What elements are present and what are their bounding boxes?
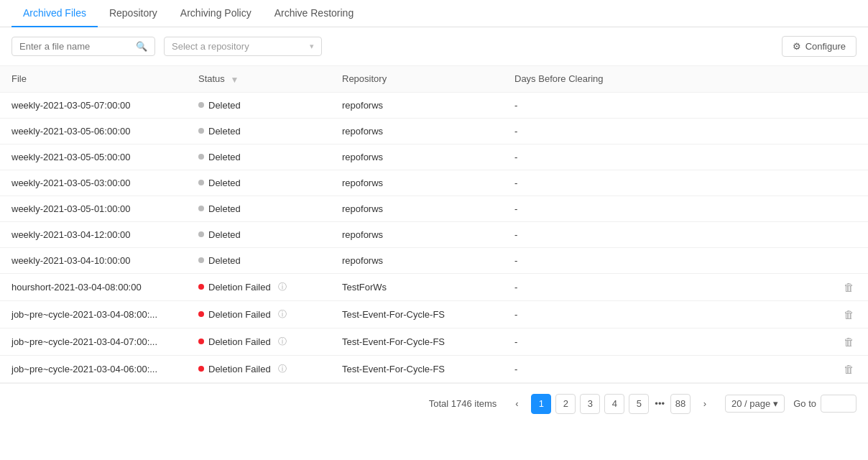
search-box: 🔍 (11, 37, 155, 56)
status-dot (198, 339, 204, 344)
tabs-bar: Archived Files Repository Archiving Poli… (0, 0, 868, 27)
cell-actions (832, 118, 868, 144)
cell-file: hourshort-2021-03-04-08:00:00 (0, 273, 187, 300)
table-row: weekly-2021-03-05-07:00:00 Deleted repof… (0, 92, 868, 118)
status-text: Deletion Failed (208, 336, 271, 347)
info-icon[interactable]: ⓘ (278, 308, 287, 321)
per-page-label: 20 / page (731, 398, 770, 409)
cell-actions: 🗑 (832, 355, 868, 382)
cell-days: - (503, 118, 832, 144)
cell-days: - (503, 196, 832, 221)
cell-actions (832, 144, 868, 170)
delete-icon[interactable]: 🗑 (844, 308, 854, 321)
table-row: weekly-2021-03-05-06:00:00 Deleted repof… (0, 118, 868, 144)
status-dot (198, 257, 204, 263)
cell-status: Deleted (187, 221, 331, 247)
status-text: Deleted (208, 255, 241, 266)
status-text: Deleted (208, 100, 241, 111)
status-dot (198, 231, 204, 237)
delete-icon[interactable]: 🗑 (844, 363, 854, 375)
cell-status: Deleted (187, 247, 331, 273)
delete-icon[interactable]: 🗑 (844, 281, 854, 293)
table-row: weekly-2021-03-05-03:00:00 Deleted repof… (0, 170, 868, 196)
repository-select-label: Select a repository (172, 41, 249, 52)
toolbar: 🔍 Select a repository ▾ ⚙ Configure (0, 27, 868, 65)
table-row: weekly-2021-03-05-01:00:00 Deleted repof… (0, 196, 868, 221)
cell-repository: Test-Event-For-Cycle-FS (331, 355, 503, 382)
cell-days: - (503, 92, 832, 118)
cell-days: - (503, 355, 832, 382)
page-2-button[interactable]: 2 (555, 394, 576, 414)
col-header-repository: Repository (331, 66, 503, 93)
cell-days: - (503, 328, 832, 355)
cell-actions: 🗑 (832, 273, 868, 300)
info-icon[interactable]: ⓘ (278, 363, 287, 375)
cell-repository: Test-Event-For-Cycle-FS (331, 300, 503, 328)
next-page-button[interactable]: › (695, 394, 715, 414)
cell-repository: Test-Event-For-Cycle-FS (331, 328, 503, 355)
cell-repository: repoforws (331, 247, 503, 273)
go-to-input[interactable] (821, 395, 857, 413)
col-header-status: Status ▼ (187, 66, 331, 93)
repository-select[interactable]: Select a repository ▾ (164, 37, 322, 56)
cell-repository: TestForWs (331, 273, 503, 300)
search-input[interactable] (19, 41, 131, 52)
cell-file: weekly-2021-03-04-10:00:00 (0, 247, 187, 273)
status-dot (198, 102, 204, 108)
table-row: job~pre~cycle-2021-03-04-08:00:... Delet… (0, 300, 868, 328)
cell-actions (832, 196, 868, 221)
col-header-file: File (0, 66, 187, 93)
tab-archived-files[interactable]: Archived Files (11, 0, 98, 27)
info-icon[interactable]: ⓘ (278, 281, 287, 293)
page-1-button[interactable]: 1 (531, 394, 551, 414)
info-icon[interactable]: ⓘ (278, 336, 287, 348)
cell-status: Deletion Failed ⓘ (187, 355, 331, 382)
col-header-days: Days Before Clearing (503, 66, 832, 93)
status-dot (198, 366, 204, 372)
cell-days: - (503, 144, 832, 170)
page-ellipsis: ••• (653, 398, 666, 409)
status-dot (198, 154, 204, 160)
cell-file: job~pre~cycle-2021-03-04-08:00:... (0, 300, 187, 328)
cell-status: Deleted (187, 118, 331, 144)
table-header-row: File Status ▼ Repository Days Before Cle… (0, 66, 868, 93)
pagination: Total 1746 items ‹ 1 2 3 4 5 ••• 88 › 20… (0, 383, 868, 424)
page-4-button[interactable]: 4 (604, 394, 624, 414)
cell-days: - (503, 170, 832, 196)
status-dot (198, 180, 204, 185)
tab-archiving-policy[interactable]: Archiving Policy (169, 0, 263, 27)
cell-status: Deletion Failed ⓘ (187, 300, 331, 328)
status-text: Deletion Failed (208, 282, 271, 293)
cell-file: weekly-2021-03-05-07:00:00 (0, 92, 187, 118)
chevron-down-icon: ▾ (310, 42, 314, 51)
cell-status: Deleted (187, 92, 331, 118)
cell-status: Deleted (187, 144, 331, 170)
cell-file: weekly-2021-03-05-03:00:00 (0, 170, 187, 196)
tab-archive-restoring[interactable]: Archive Restoring (263, 0, 366, 27)
search-icon: 🔍 (136, 41, 147, 52)
cell-repository: repoforws (331, 92, 503, 118)
per-page-select[interactable]: 20 / page ▾ (725, 395, 785, 413)
cell-days: - (503, 273, 832, 300)
status-text: Deleted (208, 152, 241, 162)
configure-button[interactable]: ⚙ Configure (782, 36, 857, 57)
cell-actions (832, 92, 868, 118)
cell-days: - (503, 300, 832, 328)
status-text: Deleted (208, 126, 241, 137)
page-3-button[interactable]: 3 (580, 394, 600, 414)
page-5-button[interactable]: 5 (629, 394, 649, 414)
status-filter-icon[interactable]: ▼ (230, 75, 239, 85)
gear-icon: ⚙ (793, 41, 801, 52)
cell-status: Deletion Failed ⓘ (187, 328, 331, 355)
status-dot (198, 128, 204, 134)
table-row: weekly-2021-03-04-12:00:00 Deleted repof… (0, 221, 868, 247)
prev-page-button[interactable]: ‹ (507, 394, 527, 414)
status-text: Deleted (208, 229, 241, 240)
status-dot (198, 206, 204, 211)
tab-repository[interactable]: Repository (98, 0, 169, 27)
cell-actions: 🗑 (832, 328, 868, 355)
col-header-actions (832, 66, 868, 93)
delete-icon[interactable]: 🗑 (844, 336, 854, 348)
cell-file: job~pre~cycle-2021-03-04-06:00:... (0, 355, 187, 382)
page-last-button[interactable]: 88 (670, 394, 691, 414)
